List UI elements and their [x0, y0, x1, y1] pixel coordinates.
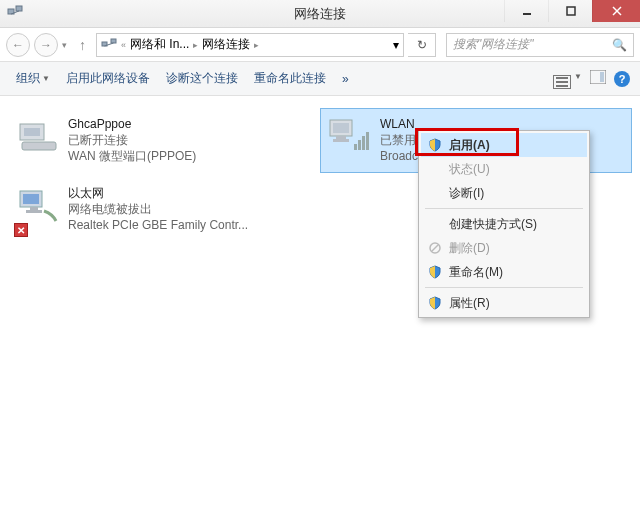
shield-icon [427, 137, 443, 153]
address-dropdown-icon[interactable]: ▾ [393, 38, 399, 52]
overflow-button[interactable]: » [336, 70, 355, 88]
search-box[interactable]: 搜索"网络连接" 🔍 [446, 33, 634, 57]
delete-icon [427, 240, 443, 256]
enable-device-button[interactable]: 启用此网络设备 [60, 68, 156, 89]
command-bar: 组织 ▼ 启用此网络设备 诊断这个连接 重命名此连接 » ▼ ? [0, 62, 640, 96]
search-icon: 🔍 [612, 38, 627, 52]
rename-button[interactable]: 重命名此连接 [248, 68, 332, 89]
wlan-icon [328, 116, 372, 156]
back-button[interactable]: ← [6, 33, 30, 57]
history-dropdown[interactable]: ▾ [62, 40, 67, 50]
connection-name: GhcaPppoe [68, 116, 196, 132]
breadcrumb-1[interactable]: 网络和 In... [130, 36, 189, 53]
breadcrumb-2[interactable]: 网络连接 [202, 36, 250, 53]
context-menu: 启用(A) 状态(U) 诊断(I) 创建快捷方式(S) 删除(D) 重命名(M)… [418, 130, 590, 318]
window-controls [504, 0, 640, 27]
ctx-status: 状态(U) [421, 157, 587, 181]
search-placeholder: 搜索"网络连接" [453, 36, 534, 53]
organize-button[interactable]: 组织 ▼ [10, 68, 56, 89]
network-icon [101, 37, 117, 53]
connection-status: 网络电缆被拔出 [68, 201, 248, 217]
svg-rect-20 [333, 139, 349, 142]
help-button[interactable]: ? [614, 71, 630, 87]
app-icon [6, 3, 24, 24]
separator [425, 208, 583, 209]
svg-rect-12 [22, 142, 56, 150]
svg-rect-11 [24, 128, 40, 136]
up-button[interactable]: ↑ [73, 37, 92, 53]
connection-name: 以太网 [68, 185, 248, 201]
forward-button[interactable]: → [34, 33, 58, 57]
window-title: 网络连接 [294, 5, 346, 23]
preview-pane-button[interactable] [590, 70, 606, 87]
svg-rect-16 [26, 210, 42, 213]
shield-icon [427, 264, 443, 280]
connection-device: WAN 微型端口(PPPOE) [68, 148, 196, 164]
svg-rect-15 [30, 207, 38, 210]
view-options-button[interactable]: ▼ [553, 68, 582, 89]
title-bar: 网络连接 [0, 0, 640, 28]
ethernet-icon [16, 185, 60, 225]
modem-icon [16, 116, 60, 156]
maximize-button[interactable] [548, 0, 592, 22]
connection-ethernet[interactable]: ✕ 以太网 网络电缆被拔出 Realtek PCIe GBE Family Co… [8, 177, 320, 242]
svg-rect-3 [567, 7, 575, 15]
nav-bar: ← → ▾ ↑ «网络和 In...▸ 网络连接▸ ▾ ↻ 搜索"网络连接" 🔍 [0, 28, 640, 62]
refresh-button[interactable]: ↻ [408, 33, 436, 57]
diagnose-button[interactable]: 诊断这个连接 [160, 68, 244, 89]
address-bar[interactable]: «网络和 In...▸ 网络连接▸ ▾ [96, 33, 404, 57]
svg-rect-22 [358, 140, 361, 150]
svg-line-26 [432, 245, 438, 251]
svg-rect-1 [16, 6, 22, 11]
connection-status: 已断开连接 [68, 132, 196, 148]
svg-rect-9 [600, 72, 604, 82]
connection-device: Realtek PCIe GBE Family Contr... [68, 217, 248, 233]
minimize-button[interactable] [504, 0, 548, 22]
connection-ghcapppoe[interactable]: GhcaPppoe 已断开连接 WAN 微型端口(PPPOE) [8, 108, 320, 173]
svg-rect-23 [362, 136, 365, 150]
ctx-rename[interactable]: 重命名(M) [421, 260, 587, 284]
svg-rect-19 [336, 136, 346, 139]
ctx-delete: 删除(D) [421, 236, 587, 260]
shield-icon [427, 295, 443, 311]
svg-rect-7 [111, 39, 116, 43]
svg-rect-24 [366, 132, 369, 150]
svg-rect-18 [333, 123, 349, 133]
separator [425, 287, 583, 288]
ctx-diagnose[interactable]: 诊断(I) [421, 181, 587, 205]
ctx-properties[interactable]: 属性(R) [421, 291, 587, 315]
disconnected-icon: ✕ [14, 223, 28, 237]
close-button[interactable] [592, 0, 640, 22]
svg-rect-14 [23, 194, 39, 204]
svg-rect-21 [354, 144, 357, 150]
ctx-enable[interactable]: 启用(A) [421, 133, 587, 157]
ctx-create-shortcut[interactable]: 创建快捷方式(S) [421, 212, 587, 236]
